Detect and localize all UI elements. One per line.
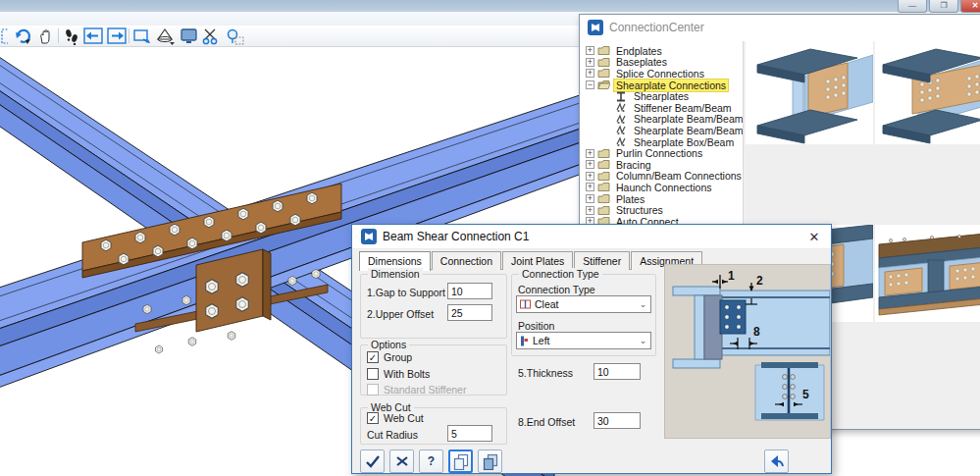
cancel-button[interactable] [389,450,414,473]
walk-icon[interactable] [61,26,82,45]
gap-to-support-input[interactable] [447,283,492,299]
tree-item[interactable]: +Plates [586,193,743,205]
checkbox-label: Standard Stiffener [384,384,466,396]
gap-to-support-label: 1.Gap to Support [367,287,445,298]
checkbox-label: With Bolts [384,368,430,380]
collapse-icon[interactable]: − [586,80,594,89]
folder-icon [597,45,611,56]
paste-properties-button[interactable] [478,450,502,473]
checkbox-box[interactable] [367,368,379,380]
folder-icon [597,182,611,192]
preview-shearplate-single[interactable] [746,41,873,144]
connection-type-group-title: Connection Type [519,268,602,280]
tree-item-label: Structures [614,204,665,216]
copy-properties-button[interactable] [448,450,473,473]
step-forward-icon[interactable] [106,26,128,45]
tree-item-label: Haunch Connections [614,182,713,193]
tree-item[interactable]: +Purlin Connections [586,147,743,159]
back-button[interactable] [764,450,789,473]
beam-shear-connection-dialog: Beam Shear Connection C1 ✕ DimensionsCon… [351,224,832,474]
rotate-icon[interactable] [12,26,33,45]
dimension-group-title: Dimension [368,268,423,280]
tree-item[interactable]: Shearplates [586,90,743,102]
dialog-title: Beam Shear Connection C1 [383,230,529,243]
fit-window-icon[interactable] [131,26,153,45]
tree-item[interactable]: Shearplate Box/Beam [586,136,743,148]
expand-icon[interactable]: + [586,149,594,158]
tree-item-label: Baseplates [614,56,669,68]
connection-type-select[interactable]: Cleat ⌄ [516,295,651,313]
close-button[interactable]: ✕ [960,0,980,13]
expand-icon[interactable]: + [586,46,594,55]
cut-radius-label: Cut Radius [367,429,418,441]
end-offset-input[interactable] [593,412,641,429]
tree-item[interactable]: +Bracing [586,159,743,171]
clip-plane-icon[interactable] [200,26,222,45]
diagram-gap-number: 1 [728,269,735,283]
preview-shearplate-assembly[interactable] [875,225,980,322]
thickness-label: 5.Thickness [518,367,573,379]
position-label: Position [518,320,554,332]
tree-item[interactable]: +Structures [586,204,743,216]
expand-icon[interactable]: + [586,172,594,181]
tree-item-label: Plates [614,193,646,205]
tree-item-label: Purlin Connections [614,147,704,159]
tree-item[interactable]: +Splice Connections [586,68,743,79]
help-button[interactable]: ? [419,450,443,473]
upper-offset-input[interactable] [447,304,492,321]
connectioncenter-titlebar[interactable]: ConnectionCenter [580,15,980,40]
preview-shearplate-double[interactable] [875,41,980,144]
edge-select-icon[interactable] [0,26,10,45]
folder-icon [597,68,611,79]
tree-item-label: Splice Connections [614,68,706,79]
cut-radius-input[interactable] [447,425,492,442]
expand-icon[interactable]: + [586,183,594,191]
tree-connector [603,92,612,101]
pan-icon[interactable] [35,26,57,45]
expand-icon[interactable]: + [586,69,594,78]
tree-item-label: Shearplates [632,90,691,102]
tree-item[interactable]: Stiffener Beam/Beam [586,102,743,114]
restore-button[interactable]: ❐ [929,0,958,13]
dialog-titlebar[interactable]: Beam Shear Connection C1 ✕ [352,225,831,249]
tree-item[interactable]: +Haunch Connections [586,182,743,193]
tree-item[interactable]: +Endplates [586,45,743,57]
checkbox-label: Group [384,351,412,363]
tree-item-label: Stiffener Beam/Beam [632,102,734,114]
dialog-close-icon[interactable]: ✕ [806,230,822,244]
paste-icon [482,453,498,470]
tab-connection[interactable]: Connection [432,251,501,270]
group-checkbox[interactable]: ✓Group [367,351,412,363]
view-mode-icon[interactable] [155,26,177,45]
chevron-down-icon: ⌄ [636,299,650,309]
tree-item[interactable]: −Shearplate Connections [586,79,743,91]
folder-icon [597,193,611,204]
position-select[interactable]: Left ⌄ [516,332,651,349]
expand-icon[interactable]: + [586,58,594,67]
zoom-region-icon[interactable] [224,26,245,45]
web-cut-checkbox[interactable]: ✓Web Cut [367,412,424,424]
folder-icon [597,159,611,170]
tree-item[interactable]: +Column/Beam Connections [586,171,743,183]
arrow-left-icon [769,454,785,468]
ok-button[interactable] [360,450,385,473]
expand-icon[interactable]: + [586,160,594,169]
end-offset-label: 8.End Offset [518,416,575,428]
minimize-button[interactable]: — [898,0,927,13]
tree-item[interactable]: Shearplate Beam/Beam C1 [586,125,743,136]
checkbox-box[interactable]: ✓ [367,412,379,424]
step-back-icon[interactable] [82,26,104,45]
expand-icon[interactable]: + [586,206,594,215]
tree-item-label: Shearplate Connections [614,79,728,91]
checkbox-box[interactable]: ✓ [367,351,379,363]
tree-item[interactable]: Shearplate Beam/Beam [586,114,743,126]
tree-connector [603,126,612,134]
thickness-input[interactable] [593,363,641,380]
expand-icon[interactable]: + [586,194,594,203]
conn-icon [615,125,629,135]
toolbar-separator [129,28,129,43]
with-bolts-checkbox[interactable]: With Bolts [367,368,430,380]
position-left-icon [520,336,529,346]
tree-item[interactable]: +Baseplates [586,57,743,69]
render-view-icon[interactable] [179,26,200,45]
